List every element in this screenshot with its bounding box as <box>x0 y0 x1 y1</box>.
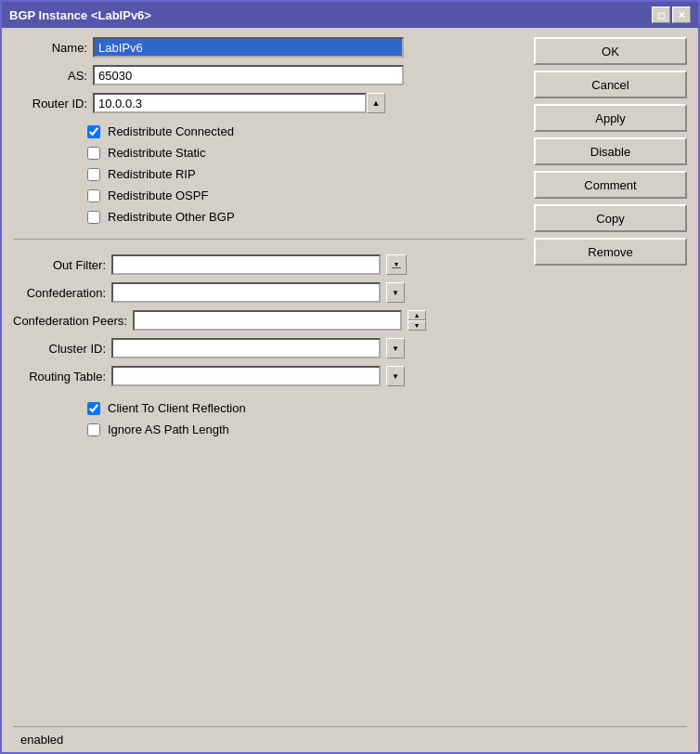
window-body: Name: AS: Router ID: ▲ <box>2 28 698 752</box>
main-area: Name: AS: Router ID: ▲ <box>13 37 687 719</box>
out-filter-label: Out Filter: <box>13 258 106 272</box>
left-panel: Name: AS: Router ID: ▲ <box>13 37 525 719</box>
bottom-checkboxes: Client To Client Reflection Ignore AS Pa… <box>13 401 525 436</box>
router-id-up-button[interactable]: ▲ <box>367 93 385 113</box>
confederation-peers-spinner: ▲ ▼ <box>408 310 426 331</box>
apply-button[interactable]: Apply <box>534 104 687 132</box>
out-filter-row: Out Filter: ▼ <box>13 254 525 275</box>
cluster-id-input[interactable] <box>111 338 381 358</box>
confederation-row: Confederation: ▼ <box>13 282 525 303</box>
redistribute-static-checkbox[interactable] <box>87 147 100 160</box>
router-id-field-group: ▲ <box>93 93 385 113</box>
redistribute-rip-label: Redistribute RIP <box>108 167 196 181</box>
confederation-dropdown-button[interactable]: ▼ <box>386 282 405 303</box>
redistribute-other-bgp-checkbox[interactable] <box>87 211 100 224</box>
confederation-peers-label: Confederation Peers: <box>13 314 127 328</box>
out-filter-input[interactable] <box>111 254 381 275</box>
checkbox-row-1: Redistribute Static <box>87 146 525 160</box>
ignore-as-path-label: Ignore AS Path Length <box>108 422 229 436</box>
router-id-row: Router ID: ▲ <box>13 93 525 113</box>
router-id-input[interactable] <box>93 93 367 113</box>
separator <box>13 239 525 240</box>
out-filter-dropdown-button[interactable]: ▼ <box>386 254 407 275</box>
title-bar: BGP Instance <LabIPv6> ◻ ✕ <box>2 2 698 28</box>
as-input[interactable] <box>93 65 404 85</box>
redistribute-ospf-checkbox[interactable] <box>87 189 100 202</box>
redistribute-connected-label: Redistribute Connected <box>108 124 234 138</box>
checkbox-row-4: Redistribute Other BGP <box>87 210 525 224</box>
confederation-label: Confederation: <box>13 286 106 300</box>
window-controls: ◻ ✕ <box>652 6 691 23</box>
ignore-as-path-row: Ignore AS Path Length <box>87 422 525 436</box>
redistribute-ospf-label: Redistribute OSPF <box>108 188 208 202</box>
right-panel: OK Cancel Apply Disable Comment Copy Rem… <box>534 37 687 719</box>
redistribute-rip-checkbox[interactable] <box>87 168 100 181</box>
cluster-id-row: Cluster ID: ▼ <box>13 338 525 358</box>
as-label: AS: <box>13 69 87 83</box>
cluster-id-dropdown-button[interactable]: ▼ <box>386 338 405 358</box>
filter-section: Out Filter: ▼ Confederation: ▼ <box>13 254 525 386</box>
restore-button[interactable]: ◻ <box>652 6 670 23</box>
redistribute-connected-checkbox[interactable] <box>87 125 100 138</box>
confederation-peers-input[interactable] <box>133 310 402 331</box>
status-bar: enabled <box>13 726 687 752</box>
routing-table-label: Routing Table: <box>13 370 106 384</box>
redistribute-checkboxes: Redistribute Connected Redistribute Stat… <box>13 124 525 224</box>
redistribute-static-label: Redistribute Static <box>108 146 206 160</box>
cancel-button[interactable]: Cancel <box>534 71 687 98</box>
window-title: BGP Instance <LabIPv6> <box>9 8 151 22</box>
close-button[interactable]: ✕ <box>672 6 691 23</box>
name-label: Name: <box>13 41 87 55</box>
checkbox-row-0: Redistribute Connected <box>87 124 525 138</box>
routing-table-row: Routing Table: ▼ <box>13 366 525 386</box>
remove-button[interactable]: Remove <box>534 238 687 266</box>
confederation-input[interactable] <box>111 282 381 303</box>
checkbox-row-3: Redistribute OSPF <box>87 188 525 202</box>
client-to-client-row: Client To Client Reflection <box>87 401 525 415</box>
checkbox-row-2: Redistribute RIP <box>87 167 525 181</box>
confederation-peers-down-button[interactable]: ▼ <box>408 320 426 331</box>
disable-button[interactable]: Disable <box>534 137 687 165</box>
redistribute-other-bgp-label: Redistribute Other BGP <box>108 210 235 224</box>
cluster-id-label: Cluster ID: <box>13 342 106 356</box>
ok-button[interactable]: OK <box>534 37 687 65</box>
confederation-peers-up-button[interactable]: ▲ <box>408 310 426 320</box>
status-text: enabled <box>20 733 63 747</box>
client-to-client-label: Client To Client Reflection <box>108 401 246 415</box>
routing-table-input[interactable] <box>111 366 381 386</box>
name-row: Name: <box>13 37 525 58</box>
router-id-label: Router ID: <box>13 97 87 110</box>
confederation-peers-row: Confederation Peers: ▲ ▼ <box>13 310 525 331</box>
copy-button[interactable]: Copy <box>534 204 687 232</box>
comment-button[interactable]: Comment <box>534 171 687 199</box>
routing-table-dropdown-button[interactable]: ▼ <box>386 366 405 386</box>
main-window: BGP Instance <LabIPv6> ◻ ✕ Name: AS: <box>0 0 700 754</box>
as-row: AS: <box>13 65 525 85</box>
ignore-as-path-checkbox[interactable] <box>87 423 100 436</box>
name-input[interactable] <box>93 37 404 58</box>
client-to-client-checkbox[interactable] <box>87 402 100 415</box>
